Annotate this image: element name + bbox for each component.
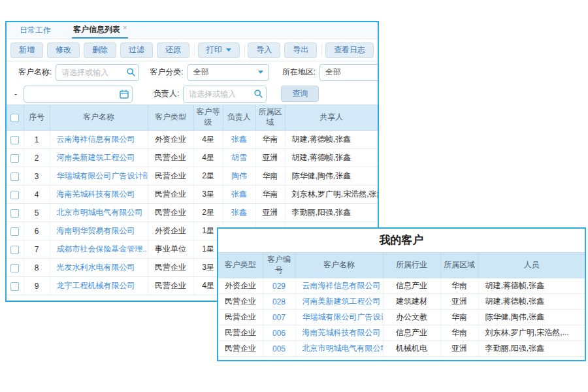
import-button[interactable]: 导入 <box>248 42 280 58</box>
customer-table-header: 序号 客户名称 客户类型 客户等级 负责人 所属区域 共享人 <box>7 105 378 131</box>
owner-link[interactable]: 张鑫 <box>223 204 255 222</box>
region-cell: 华南 <box>255 186 285 204</box>
toolbar-divider <box>244 44 245 56</box>
tab-customer-list[interactable]: 客户信息列表 × <box>72 22 128 39</box>
export-button[interactable]: 导出 <box>284 42 317 58</box>
customer-name-link[interactable]: 北京市明城电气有限公司 <box>295 341 383 357</box>
customer-name-link[interactable]: 华瑞城有限公司广告设计部 <box>295 310 383 325</box>
customer-name-link[interactable]: 海南明华贸易有限公司 <box>50 222 148 240</box>
customer-type-cell: 民营企业 <box>148 149 193 167</box>
customer-name-link[interactable]: 光发水利水电有限公司 <box>50 259 148 277</box>
table-row: 民营企业007华瑞城有限公司广告设计部办公文教华南陈华健,陶伟,张鑫 <box>218 310 585 325</box>
row-checkbox[interactable] <box>10 172 19 181</box>
industry-cell: 信息产业 <box>383 325 440 341</box>
row-checkbox[interactable] <box>10 227 19 236</box>
row-checkbox[interactable] <box>10 209 19 218</box>
tab-bar: 日常工作 客户信息列表 × <box>7 22 378 39</box>
row-checkbox[interactable] <box>10 191 19 199</box>
header-shared: 共享人 <box>285 105 378 131</box>
row-checkbox[interactable] <box>10 264 19 272</box>
header-seq: 序号 <box>24 105 50 131</box>
table-row: 外资企业029云南海祥信息有限公司信息产业华南胡建,蒋德帧,张鑫 <box>218 278 585 294</box>
customer-category-select[interactable]: 全部 <box>188 64 269 81</box>
select-all-checkbox[interactable] <box>10 114 19 122</box>
customer-level-cell: 2星 <box>193 204 223 222</box>
customer-name-link[interactable]: 北京市明城电气有限公司 <box>50 204 148 222</box>
customer-name-link[interactable]: 华瑞城有限公司广告设计部 <box>50 167 148 186</box>
customer-name-link[interactable]: 云南海祥信息有限公司 <box>50 131 148 149</box>
filter-row-1: 客户名称: 客户分类: 全部 所在地区: <box>7 61 378 83</box>
customer-type-cell: 民营企业 <box>218 310 263 325</box>
header-customer-type: 客户类型 <box>148 105 193 131</box>
customer-name-link[interactable]: 成都市社会保险基金管理... <box>50 240 148 259</box>
customer-code-link[interactable]: 006 <box>263 325 295 341</box>
filter-button[interactable]: 过滤 <box>120 42 153 58</box>
search-button[interactable]: 查询 <box>281 86 319 102</box>
seq-cell: 8 <box>24 259 50 277</box>
table-row: 民营企业028河南美新建筑工程公司建筑建材亚洲胡建,蒋德帧,张鑫 <box>218 294 585 310</box>
header-customer-code: 客户编号 <box>263 253 295 278</box>
owner-link[interactable]: 陶伟 <box>223 167 255 186</box>
restore-button[interactable]: 还原 <box>157 42 189 58</box>
table-row: 4海南芜城科技有限公司民营企业3星张鑫华南刘东林,罗广明,宋浩然,张鑫 <box>7 186 378 204</box>
print-button[interactable]: 打印 <box>198 42 240 58</box>
calendar-icon[interactable] <box>120 90 129 99</box>
customer-name-link[interactable]: 云南海祥信息有限公司 <box>295 278 383 294</box>
toolbar-divider <box>194 44 195 56</box>
tab-daily-work[interactable]: 日常工作 <box>18 22 52 39</box>
region-input[interactable] <box>319 64 379 81</box>
header-people: 人员 <box>478 253 585 278</box>
row-checkbox[interactable] <box>10 136 19 144</box>
my-customers-table-header: 客户类型 客户编号 客户名称 所属行业 所属区域 人员 <box>218 253 585 278</box>
customer-name-link[interactable]: 海南芜城科技有限公司 <box>295 325 383 341</box>
row-checkbox[interactable] <box>10 154 19 163</box>
customer-name-link[interactable]: 海南芜城科技有限公司 <box>50 186 148 204</box>
customer-type-cell: 民营企业 <box>148 259 193 277</box>
customer-type-cell: 外资企业 <box>218 278 263 294</box>
seq-cell: 4 <box>24 186 50 204</box>
region-cell: 华南 <box>440 325 478 341</box>
header-customer-type: 客户类型 <box>218 253 263 278</box>
customer-name-field-wrap <box>56 64 139 81</box>
search-icon[interactable] <box>254 90 263 98</box>
view-log-button[interactable]: 查看日志 <box>325 42 374 58</box>
header-region: 所属区域 <box>255 105 285 131</box>
owner-link[interactable]: 胡雪 <box>223 149 255 167</box>
customer-type-cell: 民营企业 <box>148 167 193 186</box>
seq-cell: 7 <box>24 240 50 259</box>
search-icon[interactable] <box>127 68 135 76</box>
row-checkbox-cell <box>7 222 24 240</box>
customer-name-link[interactable]: 河南美新建筑工程公司 <box>295 294 383 310</box>
edit-button[interactable]: 修改 <box>47 42 80 58</box>
customer-name-link[interactable]: 河南美新建筑工程公司 <box>50 149 148 167</box>
tab-close-icon[interactable]: × <box>123 24 127 31</box>
owner-link[interactable]: 张鑫 <box>223 186 255 204</box>
header-region: 所属区域 <box>440 253 478 278</box>
seq-cell: 6 <box>24 222 50 240</box>
customer-code-link[interactable]: 028 <box>263 294 295 310</box>
delete-button[interactable]: 删除 <box>84 42 116 58</box>
people-cell: 刘东林,罗广明,宋浩然,... <box>478 325 585 341</box>
customer-code-link[interactable]: 005 <box>263 341 295 357</box>
my-customers-panel: 我的客户 客户类型 客户编号 客户名称 所属行业 所属区域 人员 外资企业029… <box>217 227 586 361</box>
customer-code-link[interactable]: 007 <box>263 310 295 325</box>
row-checkbox[interactable] <box>10 246 19 254</box>
region-label: 所在地区: <box>282 67 316 78</box>
customer-name-link[interactable]: 龙宇工程机械有限公司 <box>50 277 148 295</box>
tab-customer-list-label: 客户信息列表 <box>73 24 120 35</box>
my-customers-table: 客户类型 客户编号 客户名称 所属行业 所属区域 人员 外资企业029云南海祥信… <box>218 252 585 357</box>
owner-link[interactable]: 张鑫 <box>223 131 255 149</box>
owner-label: 负责人: <box>154 88 179 99</box>
shared-cell: 李勤丽,阳强,张鑫 <box>285 204 378 222</box>
header-owner: 负责人 <box>223 105 255 131</box>
row-checkbox[interactable] <box>10 282 19 291</box>
owner-field-wrap <box>183 86 267 103</box>
date-input[interactable] <box>24 86 133 103</box>
row-checkbox-cell <box>7 131 24 149</box>
my-customers-title: 我的客户 <box>218 229 585 252</box>
customer-code-link[interactable]: 029 <box>263 278 295 294</box>
row-checkbox-cell <box>7 167 24 186</box>
tab-daily-work-label: 日常工作 <box>20 25 51 36</box>
region-cell: 亚洲 <box>440 294 478 310</box>
add-button[interactable]: 新增 <box>10 42 43 58</box>
